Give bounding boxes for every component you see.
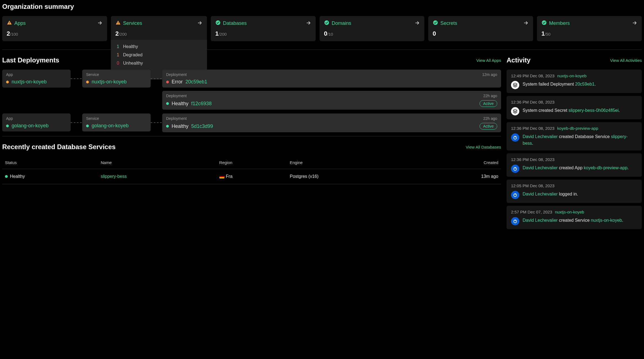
summary-limit: /50	[545, 32, 550, 36]
warning-icon	[115, 20, 121, 27]
activity-context-link[interactable]: nuxtjs-on-koyeb	[557, 73, 587, 78]
summary-card-label: Databases	[223, 20, 247, 26]
app-card[interactable]: App nuxtjs-on-koyeb	[2, 70, 71, 88]
summary-count: 1	[541, 30, 545, 37]
activity-user-link[interactable]: David Lechevalier	[523, 192, 558, 196]
summary-count: 0	[433, 30, 436, 37]
activity-link[interactable]: 20c59eb1	[575, 82, 594, 86]
summary-card-label: Domains	[332, 20, 351, 26]
activity-link[interactable]: koyeb-db-preview-app	[584, 165, 627, 170]
summary-count: 2	[7, 30, 10, 37]
connector-line	[71, 122, 82, 123]
db-engine: Postgres (v16)	[287, 169, 416, 184]
card-label: Deployment	[166, 116, 187, 121]
status-dot-icon	[5, 175, 8, 178]
activity-user-link[interactable]: David Lechevalier	[523, 134, 558, 139]
summary-card-secrets[interactable]: Secrets 0	[428, 16, 533, 41]
arrow-right-icon	[523, 20, 529, 27]
summary-limit: /200	[219, 32, 227, 36]
db-name-link[interactable]: slippery-bess	[101, 174, 127, 179]
deployment-state: Error	[172, 79, 183, 85]
service-card[interactable]: Service nuxtjs-on-koyeb	[82, 70, 151, 88]
divider	[2, 136, 501, 136]
activity-user-link[interactable]: David Lechevalier	[523, 165, 558, 170]
dropdown-row-degraded[interactable]: 1Degraded	[115, 51, 203, 59]
summary-limit: /10	[327, 32, 333, 36]
activity-context-link[interactable]: koyeb-db-preview-app	[557, 126, 598, 131]
deployment-id-link[interactable]: 5d1c3d99	[191, 123, 213, 129]
arrow-right-icon	[197, 20, 203, 27]
deployment-age: 22h ago	[483, 116, 497, 121]
summary-card-databases[interactable]: Databases 1/200	[211, 16, 316, 41]
status-dot-icon	[6, 81, 9, 83]
deployment-id-link[interactable]: f12c6938	[191, 101, 212, 107]
activity-text: System failed Deployment 20c59eb1.	[523, 81, 637, 88]
summary-card-apps[interactable]: Apps 2/100	[2, 16, 107, 41]
system-avatar-icon	[511, 81, 519, 89]
arrow-right-icon	[306, 20, 311, 27]
activity-link[interactable]: nuxtjs-on-koyeb	[591, 218, 622, 223]
activity-text: David Lechevalier created Service nuxtjs…	[523, 217, 637, 224]
table-header-status: Status	[2, 156, 98, 169]
summary-card-members[interactable]: Members 1/50	[537, 16, 642, 41]
summary-card-services[interactable]: Services 2/200	[111, 16, 207, 41]
summary-count: 1	[215, 30, 219, 37]
dropdown-row-healthy[interactable]: 1Healthy	[115, 43, 203, 51]
deployment-card[interactable]: Deployment22h ago Healthyf12c6938 Active	[162, 91, 501, 110]
activity-item[interactable]: 12:49 PM Dec 08, 2023nuxtjs-on-koyebSyst…	[507, 70, 642, 93]
activity-link[interactable]: slippery-bess-0h06z4fl5ei	[568, 108, 618, 113]
service-name-link[interactable]: nuxtjs-on-koyeb	[92, 79, 127, 85]
dropdown-row-unhealthy[interactable]: 0Unhealthy	[115, 59, 203, 67]
activity-timestamp: 12:49 PM Dec 08, 2023	[511, 73, 555, 78]
summary-count: 0	[324, 30, 327, 37]
card-label: App	[6, 72, 67, 77]
summary-card-label: Members	[549, 20, 570, 26]
activity-item[interactable]: 12:05 PM Dec 08, 2023David Lechevalier l…	[507, 180, 642, 203]
status-dot-icon	[86, 125, 89, 127]
card-label: App	[6, 116, 67, 121]
activity-item[interactable]: 12:36 PM Dec 08, 2023koyeb-db-preview-ap…	[507, 122, 642, 151]
check-circle-icon	[215, 20, 221, 27]
activity-context-link[interactable]: nuxtjs-on-koyeb	[555, 210, 584, 214]
view-all-apps-link[interactable]: View All Apps	[476, 58, 501, 63]
deployment-id-link[interactable]: 20c59eb1	[185, 79, 207, 85]
table-header-engine: Engine	[287, 156, 416, 169]
system-avatar-icon	[511, 107, 519, 115]
service-card[interactable]: Service golang-on-koyeb	[82, 113, 151, 131]
summary-card-domains[interactable]: Domains 0/10	[320, 16, 424, 41]
deployment-card[interactable]: Deployment12m ago Error20c59eb1	[162, 70, 501, 88]
service-name-link[interactable]: golang-on-koyeb	[92, 123, 129, 129]
active-badge: Active	[480, 100, 497, 107]
deployment-row: App nuxtjs-on-koyeb Service nuxtjs-on-ko…	[2, 70, 501, 110]
connector-line	[151, 122, 162, 123]
card-label: Service	[86, 116, 147, 121]
view-all-databases-link[interactable]: View All Databases	[466, 145, 501, 149]
card-label: Deployment	[166, 72, 187, 77]
activity-item[interactable]: 12:36 PM Dec 08, 2023David Lechevalier c…	[507, 153, 642, 177]
flag-de-icon	[219, 175, 224, 178]
section-title-deployments: Last Deployments	[2, 56, 59, 64]
activity-text: David Lechevalier created Database Servi…	[523, 133, 637, 147]
summary-card-label: Services	[123, 20, 142, 26]
deployment-card[interactable]: Deployment22h ago Healthy5d1c3d99 Active	[162, 113, 501, 132]
app-name-link[interactable]: nuxtjs-on-koyeb	[12, 79, 47, 85]
check-circle-icon	[541, 20, 547, 27]
table-row[interactable]: Healthy slippery-bess Fra Postgres (v16)…	[2, 169, 501, 184]
activity-user-link[interactable]: David Lechevalier	[523, 218, 558, 223]
app-name-link[interactable]: golang-on-koyeb	[12, 123, 49, 129]
activity-item[interactable]: 2:57 PM Dec 07, 2023nuxtjs-on-koyebDavid…	[507, 206, 642, 229]
status-dot-icon	[166, 125, 169, 128]
deployment-state: Healthy	[172, 123, 188, 129]
summary-limit: /200	[119, 32, 127, 36]
deployment-row: App golang-on-koyeb Service golang-on-ko…	[2, 113, 501, 132]
card-label: Service	[86, 72, 147, 77]
page-title: Organization summary	[2, 3, 642, 10]
view-all-activities-link[interactable]: View All Activities	[610, 58, 642, 63]
activity-timestamp: 12:05 PM Dec 08, 2023	[511, 183, 555, 188]
connector-line	[71, 78, 82, 79]
check-circle-icon	[324, 20, 329, 27]
databases-table: Status Name Region Engine Created Health…	[2, 156, 501, 184]
activity-item[interactable]: 12:36 PM Dec 08, 2023System created Secr…	[507, 96, 642, 119]
user-avatar-icon	[511, 165, 519, 173]
app-card[interactable]: App golang-on-koyeb	[2, 113, 71, 131]
